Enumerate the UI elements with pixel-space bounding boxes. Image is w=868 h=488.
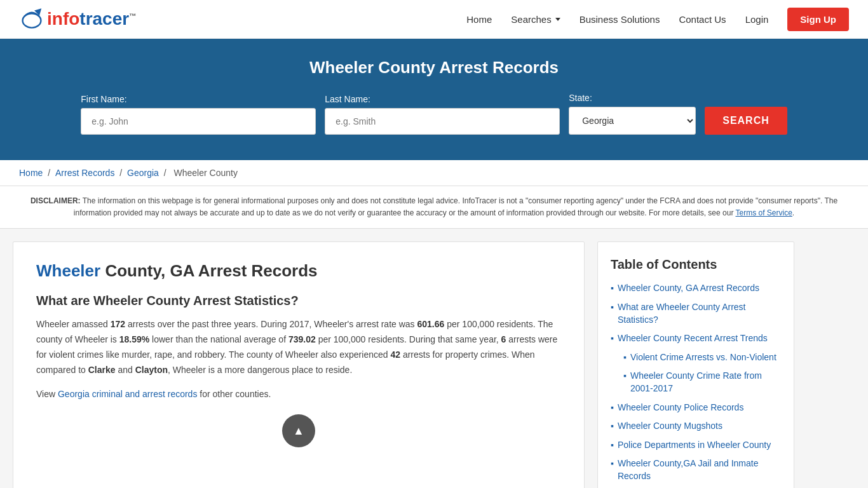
- article-title-highlight: Wheeler: [36, 261, 100, 280]
- hero-section: Wheeler County Arrest Records First Name…: [0, 39, 868, 160]
- toc-link[interactable]: Violent Crime Arrests vs. Non-Violent: [630, 351, 776, 364]
- article-title: Wheeler County, GA Arrest Records: [36, 261, 561, 281]
- scroll-top-button[interactable]: [282, 414, 315, 447]
- last-name-label: Last Name:: [325, 94, 370, 104]
- breadcrumb: Home / Arrest Records / Georgia / Wheele…: [0, 160, 868, 186]
- section1-heading: What are Wheeler County Arrest Statistic…: [36, 294, 561, 308]
- georgia-records-link[interactable]: Georgia criminal and arrest records: [58, 389, 197, 399]
- nav-home[interactable]: Home: [466, 14, 492, 25]
- stat-18pct: 18.59%: [119, 334, 149, 344]
- toc-link[interactable]: What are Wheeler County Arrest Statistic…: [618, 301, 781, 326]
- article: Wheeler County, GA Arrest Records What a…: [13, 241, 585, 488]
- state-label: State:: [569, 93, 592, 103]
- city-clayton: Clayton: [135, 365, 168, 375]
- nav-contact-us[interactable]: Contact Us: [679, 14, 726, 25]
- logo[interactable]: infotracer™: [19, 6, 136, 32]
- toc-link[interactable]: Wheeler County Mugshots: [618, 420, 722, 433]
- breadcrumb-sep1: /: [48, 168, 53, 178]
- logo-text: infotracer™: [47, 9, 136, 29]
- breadcrumb-wheeler-county: Wheeler County: [174, 168, 238, 178]
- disclaimer-label: DISCLAIMER:: [31, 196, 81, 205]
- breadcrumb-arrest-records[interactable]: Arrest Records: [55, 168, 114, 178]
- breadcrumb-georgia[interactable]: Georgia: [127, 168, 159, 178]
- toc-item: Wheeler County Mugshots: [611, 420, 781, 433]
- toc-link[interactable]: Wheeler County Police Records: [618, 402, 743, 414]
- toc-item: Wheeler County Recent Arrest Trends: [611, 332, 781, 345]
- search-form: First Name: Last Name: State: Georgia Al…: [25, 93, 843, 135]
- first-name-label: First Name:: [81, 94, 126, 104]
- toc-link[interactable]: Wheeler County Crime Rate from 2001-2017: [630, 370, 781, 395]
- toc-link[interactable]: Police Departments in Wheeler County: [618, 439, 771, 452]
- stat-739: 739.02: [288, 334, 316, 344]
- toc-heading: Table of Contents: [611, 257, 781, 272]
- toc-item: Police Departments in Wheeler County: [611, 439, 781, 452]
- main-nav: Home Searches Business Solutions Contact…: [466, 8, 849, 31]
- first-name-input[interactable]: [81, 108, 316, 135]
- disclaimer-bar: DISCLAIMER: The information on this webp…: [0, 186, 868, 229]
- toc-link[interactable]: Wheeler County,GA Jail and Inmate Record…: [618, 458, 781, 482]
- last-name-input[interactable]: [325, 108, 560, 135]
- city-clarke: Clarke: [88, 365, 116, 375]
- site-header: infotracer™ Home Searches Business Solut…: [0, 0, 868, 39]
- nav-business-solutions[interactable]: Business Solutions: [580, 14, 660, 25]
- breadcrumb-sep3: /: [164, 168, 169, 178]
- breadcrumb-sep2: /: [119, 168, 125, 178]
- toc-link[interactable]: Wheeler County, GA Arrest Records: [618, 282, 759, 295]
- state-select[interactable]: Georgia Alabama Alaska Arizona Arkansas …: [569, 107, 696, 135]
- toc-item: What are Wheeler County Arrest Statistic…: [611, 301, 781, 326]
- stat-601: 601.66: [417, 319, 445, 329]
- table-of-contents: Table of Contents Wheeler County, GA Arr…: [597, 241, 794, 488]
- breadcrumb-home[interactable]: Home: [19, 168, 43, 178]
- toc-item: Wheeler County,GA Jail and Inmate Record…: [611, 458, 781, 482]
- first-name-group: First Name:: [81, 94, 316, 135]
- disclaimer-text: The information on this webpage is for g…: [74, 196, 837, 217]
- toc-link[interactable]: Wheeler County Recent Arrest Trends: [618, 332, 768, 345]
- disclaimer-tos-link[interactable]: Terms of Service: [736, 208, 792, 217]
- main-content: Wheeler County, GA Arrest Records What a…: [0, 229, 868, 488]
- stat-172: 172: [111, 319, 125, 329]
- toc-item: Violent Crime Arrests vs. Non-Violent: [611, 351, 781, 364]
- toc-item: Wheeler County Police Records: [611, 402, 781, 414]
- last-name-group: Last Name:: [325, 94, 560, 135]
- chevron-down-icon: [555, 18, 560, 21]
- section1-paragraph1: Wheeler amassed 172 arrests over the pas…: [36, 317, 561, 377]
- nav-login[interactable]: Login: [745, 14, 769, 25]
- toc-item: Wheeler County Crime Rate from 2001-2017: [611, 370, 781, 395]
- article-title-rest: County, GA Arrest Records: [100, 261, 317, 280]
- search-button[interactable]: SEARCH: [705, 107, 787, 135]
- toc-list: Wheeler County, GA Arrest RecordsWhat ar…: [611, 282, 781, 488]
- section1-paragraph2: View Georgia criminal and arrest records…: [36, 387, 561, 402]
- nav-searches[interactable]: Searches: [511, 14, 560, 25]
- hero-title: Wheeler County Arrest Records: [25, 58, 843, 78]
- logo-icon: [19, 6, 44, 32]
- state-group: State: Georgia Alabama Alaska Arizona Ar…: [569, 93, 696, 135]
- signup-button[interactable]: Sign Up: [787, 8, 849, 31]
- scroll-top-area: [36, 414, 561, 447]
- stat-42: 42: [390, 349, 400, 360]
- toc-item: Wheeler County, GA Arrest Records: [611, 282, 781, 295]
